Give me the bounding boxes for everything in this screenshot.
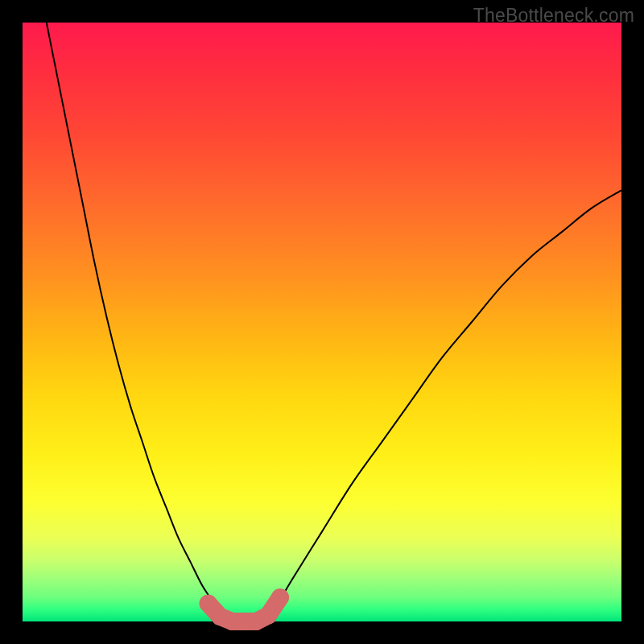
plot-area <box>23 23 621 621</box>
watermark-text: TheBottleneck.com <box>473 5 634 27</box>
marker-dot <box>200 595 217 613</box>
curve-svg <box>23 23 621 621</box>
curve-right-branch <box>262 190 621 621</box>
marker-dot <box>259 607 277 625</box>
curve-left-branch <box>47 23 226 621</box>
marker-dot <box>271 588 289 606</box>
chart-frame: TheBottleneck.com <box>0 0 644 644</box>
